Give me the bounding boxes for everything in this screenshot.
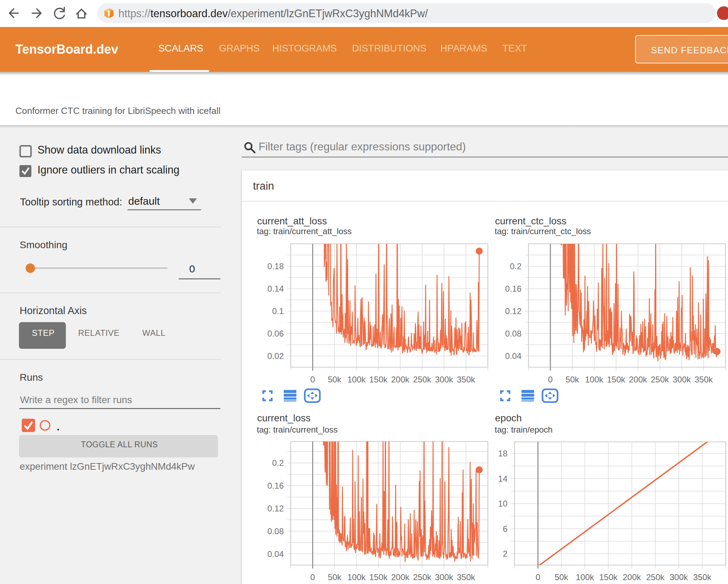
svg-text:300k: 300k — [435, 572, 453, 582]
svg-text:350k: 350k — [457, 375, 475, 384]
svg-text:200k: 200k — [391, 375, 410, 384]
svg-text:10: 10 — [498, 499, 508, 508]
svg-text:200k: 200k — [391, 572, 410, 582]
svg-text:250k: 250k — [413, 375, 432, 384]
svg-text:14: 14 — [498, 474, 508, 483]
svg-text:0.14: 0.14 — [267, 284, 284, 293]
svg-text:0.18: 0.18 — [267, 262, 284, 271]
svg-text:300k: 300k — [669, 572, 688, 582]
svg-text:100k: 100k — [576, 572, 594, 582]
svg-text:100k: 100k — [347, 572, 366, 582]
svg-text:300k: 300k — [673, 375, 691, 384]
svg-text:2: 2 — [503, 549, 507, 558]
svg-text:0: 0 — [548, 375, 552, 384]
svg-text:0: 0 — [310, 572, 315, 582]
svg-text:0.16: 0.16 — [505, 284, 522, 293]
svg-text:0.2: 0.2 — [272, 458, 284, 468]
svg-text:0.2: 0.2 — [510, 262, 521, 271]
svg-text:150k: 150k — [369, 572, 388, 582]
svg-text:6: 6 — [503, 524, 507, 534]
svg-text:0.12: 0.12 — [505, 306, 522, 316]
svg-text:0.16: 0.16 — [267, 481, 284, 490]
svg-text:300k: 300k — [435, 375, 453, 384]
svg-text:250k: 250k — [651, 375, 669, 384]
svg-text:200k: 200k — [629, 375, 647, 384]
svg-text:100k: 100k — [585, 375, 604, 384]
svg-text:150k: 150k — [607, 375, 625, 384]
svg-text:50k: 50k — [555, 572, 569, 582]
svg-text:150k: 150k — [369, 375, 388, 384]
svg-text:0: 0 — [536, 572, 540, 582]
svg-text:50k: 50k — [565, 375, 579, 384]
svg-text:350k: 350k — [457, 572, 475, 582]
svg-text:0.12: 0.12 — [267, 504, 284, 513]
svg-text:0: 0 — [310, 375, 315, 384]
svg-text:100k: 100k — [347, 375, 366, 384]
svg-text:0.08: 0.08 — [505, 329, 522, 338]
svg-text:0.02: 0.02 — [267, 351, 284, 361]
svg-text:0.06: 0.06 — [267, 329, 284, 338]
svg-text:200k: 200k — [623, 572, 641, 582]
svg-text:0.04: 0.04 — [505, 351, 522, 361]
svg-text:0.1: 0.1 — [272, 306, 284, 316]
svg-text:50k: 50k — [328, 375, 342, 384]
svg-text:0.08: 0.08 — [267, 527, 284, 536]
svg-text:0.04: 0.04 — [267, 549, 284, 559]
svg-text:250k: 250k — [646, 572, 665, 582]
svg-text:50k: 50k — [328, 572, 342, 582]
svg-text:18: 18 — [498, 449, 508, 458]
svg-text:350k: 350k — [694, 375, 713, 384]
svg-text:350k: 350k — [693, 572, 712, 582]
svg-text:150k: 150k — [599, 572, 618, 582]
svg-text:250k: 250k — [413, 572, 432, 582]
